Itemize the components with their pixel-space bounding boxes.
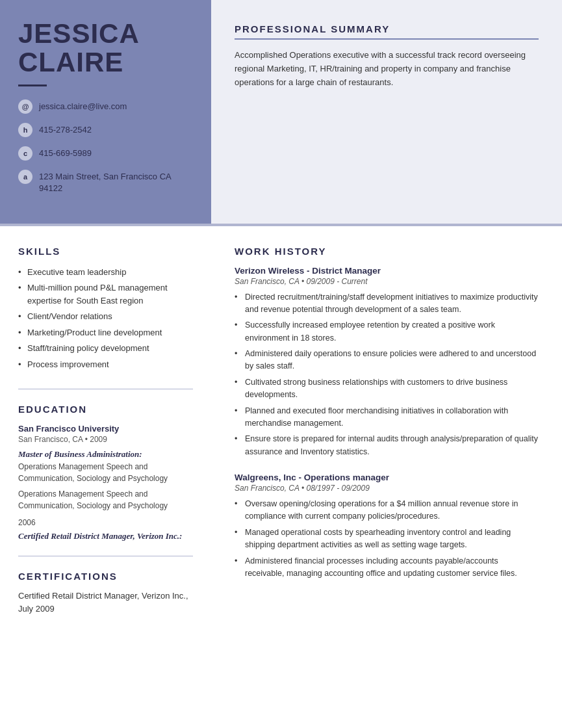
job-duties-2: Oversaw opening/closing operations for a… [235, 498, 539, 580]
professional-summary-title: PROFESSIONAL SUMMARY [235, 23, 539, 40]
job-block-2: Walgreens, Inc - Operations manager San … [235, 473, 539, 580]
section-divider [18, 389, 193, 389]
job-location-2: San Francisco, CA • 08/1997 - 09/2009 [235, 484, 539, 493]
job-title-2: Walgreens, Inc - Operations manager [235, 473, 539, 482]
home-phone-item: h 415-278-2542 [18, 123, 193, 137]
work-history-title: WORK HISTORY [235, 246, 539, 257]
skills-list: Executive team leadership Multi-million … [18, 266, 193, 371]
certifications-title: CERTIFICATIONS [18, 571, 193, 582]
bottom-right-panel: WORK HISTORY Verizon Wireless - District… [211, 224, 562, 728]
email-item: @ jessica.claire@live.com [18, 99, 193, 114]
skills-title: SKILLS [18, 246, 193, 257]
job-duties-1: Directed recruitment/training/staff deve… [235, 291, 539, 459]
list-item: Executive team leadership [18, 266, 193, 279]
home-phone-text: 415-278-2542 [39, 123, 92, 136]
cert-text: Certified Retail District Manager, Veriz… [18, 590, 193, 615]
bottom-left-panel: SKILLS Executive team leadership Multi-m… [0, 224, 211, 728]
address-text: 123 Main Street, San Francisco CA 94122 [39, 170, 193, 194]
full-name: JESSICA CLAIRE [18, 20, 193, 77]
list-item: Administered daily operations to ensure … [235, 348, 539, 373]
list-item: Multi-million pound P&L management exper… [18, 281, 193, 307]
job-location-1: San Francisco, CA • 09/2009 - Current [235, 277, 539, 286]
cell-icon: c [18, 146, 32, 161]
list-item: Directed recruitment/training/staff deve… [235, 291, 539, 317]
list-item: Marketing/Product line development [18, 326, 193, 339]
list-item: Oversaw opening/closing operations for a… [235, 498, 539, 523]
contact-list: @ jessica.claire@live.com h 415-278-2542… [18, 99, 193, 194]
name-divider [18, 84, 47, 86]
address-item: a 123 Main Street, San Francisco CA 9412… [18, 170, 193, 194]
job-title-1: Verizon Wireless - District Manager [235, 266, 539, 276]
address-icon: a [18, 170, 32, 184]
name-block: JESSICA CLAIRE [18, 20, 193, 86]
list-item: Managed operational costs by spearheadin… [235, 526, 539, 552]
email-icon: @ [18, 99, 32, 114]
top-left-panel: JESSICA CLAIRE @ jessica.claire@live.com… [0, 0, 211, 224]
list-item: Ensure store is prepared for internal au… [235, 433, 539, 458]
cert-degree: Certified Retail District Manager, Veriz… [18, 531, 193, 541]
list-item: Cultivated strong business relationships… [235, 376, 539, 402]
degree-desc-1: Operations Management Speech and Communi… [18, 461, 193, 484]
list-item: Staff/training policy development [18, 342, 193, 355]
list-item: Successfully increased employee retentio… [235, 319, 539, 344]
certifications-section: CERTIFICATIONS Certified Retail District… [18, 571, 193, 615]
degree-desc-2: Operations Management Speech and Communi… [18, 488, 193, 512]
professional-summary-text: Accomplished Operations executive with a… [235, 49, 539, 89]
cert-year: 2006 [18, 518, 193, 527]
cell-phone-item: c 415-669-5989 [18, 146, 193, 161]
school-name: San Francisco University [18, 424, 193, 434]
education-title: EDUCATION [18, 404, 193, 415]
education-section: EDUCATION San Francisco University San F… [18, 404, 193, 541]
email-text: jessica.claire@live.com [39, 99, 127, 112]
list-item: Client/Vendor relations [18, 310, 193, 323]
list-item: Process improvement [18, 358, 193, 371]
cell-phone-text: 415-669-5989 [39, 146, 92, 159]
list-item: Planned and executed floor merchandising… [235, 405, 539, 430]
list-item: Administered financial processes includi… [235, 555, 539, 580]
top-right-panel: PROFESSIONAL SUMMARY Accomplished Operat… [211, 0, 562, 224]
school-location: San Francisco, CA • 2009 [18, 435, 193, 444]
home-icon: h [18, 123, 32, 137]
job-block-1: Verizon Wireless - District Manager San … [235, 266, 539, 459]
degree-title: Master of Business Administration: [18, 449, 193, 460]
section-divider-2 [18, 556, 193, 556]
